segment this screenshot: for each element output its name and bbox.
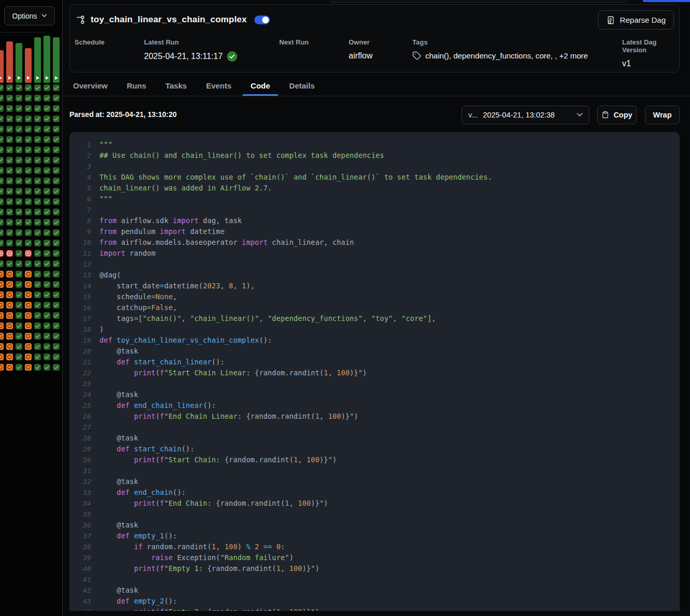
- tab-runs[interactable]: Runs: [119, 75, 155, 96]
- task-success-cell[interactable]: [0, 95, 4, 101]
- options-button[interactable]: Options: [4, 6, 55, 25]
- tab-code[interactable]: Code: [242, 75, 279, 96]
- dag-run-bar[interactable]: [34, 37, 41, 83]
- task-retry-cell[interactable]: [0, 281, 4, 288]
- task-success-cell[interactable]: [25, 84, 32, 91]
- tags-value[interactable]: chain(), dependency_functions, core, , +…: [425, 51, 588, 60]
- task-success-cell[interactable]: [34, 250, 41, 257]
- task-failed-cell[interactable]: [0, 250, 4, 257]
- task-success-cell[interactable]: [53, 302, 60, 309]
- task-retry-cell[interactable]: [0, 364, 4, 371]
- task-success-cell[interactable]: [34, 188, 41, 195]
- task-retry-cell[interactable]: [6, 333, 13, 340]
- task-success-cell[interactable]: [34, 178, 41, 184]
- task-success-cell[interactable]: [34, 209, 41, 215]
- task-success-cell[interactable]: [34, 354, 41, 360]
- task-success-cell[interactable]: [53, 126, 60, 133]
- task-success-cell[interactable]: [0, 229, 4, 236]
- task-retry-cell[interactable]: [25, 291, 32, 298]
- task-success-cell[interactable]: [53, 188, 60, 195]
- task-success-cell[interactable]: [16, 271, 22, 277]
- task-success-cell[interactable]: [44, 354, 50, 360]
- task-success-cell[interactable]: [0, 136, 4, 143]
- task-success-cell[interactable]: [0, 84, 4, 91]
- task-success-cell[interactable]: [34, 343, 41, 350]
- task-success-cell[interactable]: [0, 126, 4, 133]
- task-retry-cell[interactable]: [6, 302, 13, 309]
- task-success-cell[interactable]: [44, 105, 50, 112]
- task-success-cell[interactable]: [53, 84, 60, 91]
- task-retry-cell[interactable]: [6, 271, 13, 277]
- task-success-cell[interactable]: [6, 126, 13, 133]
- tab-events[interactable]: Events: [198, 75, 240, 96]
- task-success-cell[interactable]: [0, 198, 4, 205]
- task-success-cell[interactable]: [44, 364, 50, 371]
- copy-button[interactable]: Copy: [597, 106, 637, 124]
- reparse-dag-button[interactable]: Reparse Dag: [598, 10, 674, 30]
- task-success-cell[interactable]: [34, 302, 41, 309]
- task-retry-cell[interactable]: [0, 343, 4, 350]
- task-success-cell[interactable]: [25, 229, 32, 236]
- task-success-cell[interactable]: [6, 209, 13, 215]
- task-success-cell[interactable]: [34, 260, 41, 267]
- task-success-cell[interactable]: [53, 333, 60, 340]
- task-success-cell[interactable]: [6, 157, 13, 164]
- task-success-cell[interactable]: [0, 209, 4, 215]
- task-retry-cell[interactable]: [6, 281, 13, 288]
- task-success-cell[interactable]: [44, 198, 50, 205]
- task-success-cell[interactable]: [25, 188, 32, 195]
- task-success-cell[interactable]: [16, 229, 22, 236]
- task-success-cell[interactable]: [25, 167, 32, 174]
- task-success-cell[interactable]: [53, 322, 60, 329]
- task-success-cell[interactable]: [16, 354, 22, 360]
- task-success-cell[interactable]: [53, 291, 60, 298]
- task-success-cell[interactable]: [25, 105, 32, 112]
- task-success-cell[interactable]: [44, 260, 50, 267]
- task-success-cell[interactable]: [6, 188, 13, 195]
- task-success-cell[interactable]: [44, 312, 50, 319]
- task-success-cell[interactable]: [34, 229, 41, 236]
- task-retry-cell[interactable]: [0, 354, 4, 360]
- task-retry-cell[interactable]: [6, 343, 13, 350]
- dag-run-bar[interactable]: [0, 50, 4, 83]
- task-success-cell[interactable]: [53, 115, 60, 122]
- task-success-cell[interactable]: [25, 209, 32, 215]
- task-success-cell[interactable]: [16, 188, 22, 195]
- task-success-cell[interactable]: [53, 240, 60, 246]
- task-success-cell[interactable]: [53, 312, 60, 319]
- task-success-cell[interactable]: [44, 115, 50, 122]
- task-success-cell[interactable]: [44, 126, 50, 133]
- task-success-cell[interactable]: [16, 343, 22, 350]
- task-success-cell[interactable]: [44, 281, 50, 288]
- task-failed-cell[interactable]: [6, 250, 13, 257]
- task-success-cell[interactable]: [44, 333, 50, 340]
- task-retry-cell[interactable]: [6, 364, 13, 371]
- task-success-cell[interactable]: [34, 136, 41, 143]
- task-success-cell[interactable]: [0, 240, 4, 246]
- dag-run-bar[interactable]: [25, 48, 32, 83]
- task-success-cell[interactable]: [25, 240, 32, 246]
- task-success-cell[interactable]: [6, 136, 13, 143]
- task-success-cell[interactable]: [16, 209, 22, 215]
- task-retry-cell[interactable]: [25, 333, 32, 340]
- task-success-cell[interactable]: [34, 84, 41, 91]
- task-success-cell[interactable]: [34, 167, 41, 174]
- task-success-cell[interactable]: [0, 157, 4, 164]
- task-success-cell[interactable]: [16, 178, 22, 184]
- task-success-cell[interactable]: [16, 115, 22, 122]
- task-success-cell[interactable]: [53, 146, 60, 153]
- task-success-cell[interactable]: [34, 322, 41, 329]
- task-success-cell[interactable]: [44, 95, 50, 101]
- task-success-cell[interactable]: [44, 209, 50, 215]
- task-success-cell[interactable]: [16, 126, 22, 133]
- task-success-cell[interactable]: [53, 219, 60, 226]
- task-success-cell[interactable]: [6, 167, 13, 174]
- task-success-cell[interactable]: [6, 229, 13, 236]
- task-success-cell[interactable]: [53, 364, 60, 371]
- dag-pause-toggle[interactable]: [254, 16, 270, 24]
- task-success-cell[interactable]: [0, 115, 4, 122]
- task-success-cell[interactable]: [16, 333, 22, 340]
- task-success-cell[interactable]: [0, 105, 4, 112]
- task-success-cell[interactable]: [44, 146, 50, 153]
- task-retry-cell[interactable]: [25, 271, 32, 277]
